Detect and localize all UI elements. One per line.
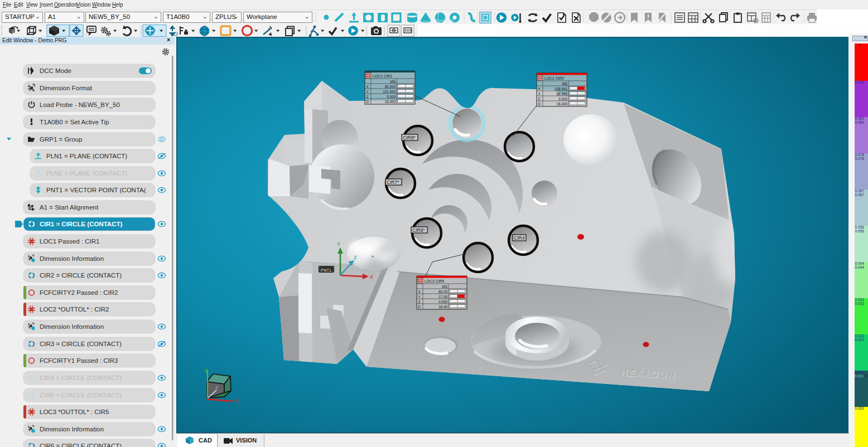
svg-text:17.00: 17.00: [438, 295, 447, 299]
svg-text:0.044: 0.044: [855, 265, 865, 269]
svg-text:LOC1 CIR1: LOC1 CIR1: [373, 74, 392, 78]
svg-text:FCFCIRTY1 Passed : CIR3: FCFCIRTY1 Passed : CIR3: [40, 357, 118, 364]
svg-text:Dimension Information: Dimension Information: [40, 426, 104, 433]
svg-text:GRP1 = Group: GRP1 = Group: [40, 136, 82, 143]
svg-text:0.011: 0.011: [855, 374, 864, 378]
svg-text:PLN2 = PLANE (CONTACT): PLN2 = PLANE (CONTACT): [46, 170, 127, 177]
svg-text:0.033: 0.033: [855, 302, 865, 305]
svg-text:Dimension Information: Dimension Information: [40, 255, 104, 262]
svg-text:PLN1 = PLANE (CONTACT): PLN1 = PLANE (CONTACT): [46, 153, 127, 159]
svg-text:Y: Y: [204, 368, 208, 375]
svg-text:Z: Z: [538, 97, 541, 101]
svg-text:0.000: 0.000: [438, 300, 447, 304]
svg-text:Z: Z: [418, 300, 421, 304]
svg-text:0.089: 0.089: [855, 120, 865, 124]
svg-text:CIR7*: CIR7*: [387, 179, 399, 185]
svg-text:0.067: 0.067: [855, 193, 865, 197]
svg-text:80.00: 80.00: [438, 290, 447, 294]
svg-text:LOC3 *OUTTOL* : CIR5: LOC3 *OUTTOL* : CIR5: [40, 409, 109, 415]
svg-text:D: D: [418, 305, 421, 309]
svg-text:0.089: 0.089: [855, 116, 865, 120]
svg-text:16.400: 16.400: [557, 102, 568, 106]
svg-text:CIR4 = CIRCLE (CONTACT): CIR4 = CIRCLE (CONTACT): [40, 375, 122, 381]
svg-text:Z: Z: [367, 95, 369, 99]
svg-text:D: D: [538, 102, 541, 106]
svg-text:0.100: 0.100: [855, 80, 865, 84]
svg-text:CIR8*: CIR8*: [403, 135, 416, 140]
svg-text:MS: MS: [442, 285, 447, 289]
svg-text:101.000: 101.000: [383, 90, 396, 94]
svg-text:X: X: [235, 398, 239, 404]
svg-text:80.000: 80.000: [385, 85, 396, 89]
svg-text:0.067: 0.067: [855, 189, 865, 193]
svg-text:A1 = Start Alignment: A1 = Start Alignment: [40, 204, 99, 211]
svg-text:Dimension Information: Dimension Information: [40, 323, 104, 330]
svg-text:Y: Y: [337, 241, 340, 247]
svg-text:MS: MS: [390, 80, 396, 84]
svg-text:0.000: 0.000: [558, 97, 567, 101]
svg-text:CIR6*: CIR6*: [412, 227, 425, 233]
svg-text:FCFCIRTY2 Passed : CIR2: FCFCIRTY2 Passed : CIR2: [40, 289, 118, 296]
svg-text:PNT1 = VECTOR POINT (CONTA(: PNT1 = VECTOR POINT (CONTA(: [46, 187, 146, 193]
svg-text:0.056: 0.056: [855, 225, 865, 229]
svg-text:CIR4: CIR4: [514, 235, 525, 241]
svg-text:T1A0B0 = Set Active Tip: T1A0B0 = Set Active Tip: [40, 119, 109, 125]
svg-text:CIR2 = CIRCLE (CONTACT): CIR2 = CIRCLE (CONTACT): [40, 272, 122, 279]
svg-text:CIR3 = CIRCLE (CONTACT): CIR3 = CIRCLE (CONTACT): [40, 341, 122, 347]
svg-text:DCC Mode: DCC Mode: [40, 67, 71, 74]
svg-text:0.011: 0.011: [855, 370, 864, 374]
svg-text:LOC3 CIR5: LOC3 CIR5: [425, 279, 444, 283]
svg-text:16.40: 16.40: [438, 305, 447, 309]
svg-text:0.033: 0.033: [855, 298, 865, 302]
svg-text:LOC2 CIR2: LOC2 CIR2: [544, 76, 564, 80]
svg-text:88.991: 88.991: [557, 92, 568, 96]
svg-text:PNT1: PNT1: [321, 268, 331, 273]
svg-text:108.991: 108.991: [554, 87, 567, 91]
svg-text:X: X: [370, 274, 373, 280]
svg-text:Z: Z: [215, 385, 218, 390]
svg-text:LOC2 *OUTTOL* : CIR2: LOC2 *OUTTOL* : CIR2: [40, 306, 109, 313]
svg-text:D: D: [367, 100, 369, 104]
svg-text:0.078: 0.078: [855, 157, 865, 161]
svg-text:16.400: 16.400: [385, 100, 396, 104]
svg-text:0.078: 0.078: [855, 153, 865, 157]
svg-text:0.022: 0.022: [855, 334, 865, 338]
svg-text:0.056: 0.056: [855, 229, 865, 233]
svg-text:0.000: 0.000: [387, 95, 396, 99]
svg-text:0.022: 0.022: [855, 338, 865, 342]
svg-text:Dimension Format: Dimension Format: [40, 85, 93, 91]
svg-text:0.044: 0.044: [855, 261, 865, 265]
svg-text:CIR1 = CIRCLE (CONTACT): CIR1 = CIRCLE (CONTACT): [40, 221, 122, 227]
svg-text:Load Probe - NEW5_BY_50: Load Probe - NEW5_BY_50: [40, 101, 120, 108]
svg-text:0.000: 0.000: [855, 406, 865, 410]
svg-text:MS: MS: [562, 82, 567, 86]
svg-text:CIR5 = CIRCLE (CONTACT): CIR5 = CIRCLE (CONTACT): [40, 392, 122, 399]
svg-text:Z: Z: [354, 255, 357, 260]
svg-text:LOC1 Passed : CIR1: LOC1 Passed : CIR1: [40, 238, 99, 245]
svg-text:CIR6 = CIRCLE (CONTACT): CIR6 = CIRCLE (CONTACT): [40, 443, 122, 447]
